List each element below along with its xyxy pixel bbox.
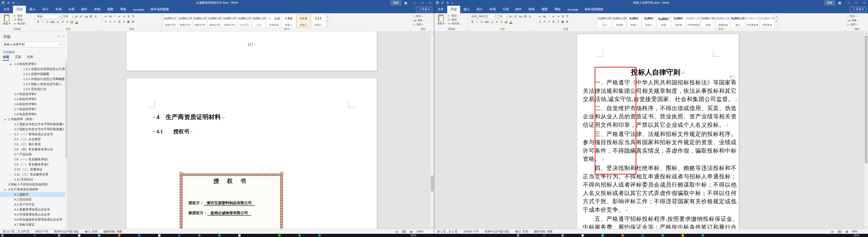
ribbon-tab[interactable]: 设计	[39, 6, 52, 13]
nav-outline-item[interactable]: 2.8 （一）售后服务承诺1	[0, 157, 65, 162]
font-size-combo[interactable]: 三号▾	[496, 14, 508, 19]
nav-outline-item[interactable]: 1.3.2 信用中国截图	[0, 72, 65, 77]
taskbar-app-icon[interactable]	[218, 234, 220, 237]
nav-outline-item[interactable]: 1.6 响应性评审6	[0, 102, 65, 107]
font-name-combo[interactable]: 仿宋_GB2312▾	[470, 14, 496, 19]
font-format-button[interactable]: U	[45, 20, 50, 24]
ribbon-tab[interactable]: 邮件	[512, 6, 525, 13]
nav-outline-item[interactable]: 2.12 失信扣分	[0, 177, 65, 182]
paragraph-button[interactable]: ≡	[542, 19, 547, 24]
paste-button[interactable]: 粘贴 ▾	[436, 14, 446, 25]
ribbon-tab[interactable]: 帮助	[551, 6, 564, 13]
font-format-button[interactable]: A	[499, 20, 504, 24]
taskbar-app-icon[interactable]	[258, 234, 260, 237]
dialog-launcher-icon[interactable]: ⌟	[100, 28, 101, 31]
paragraph-button[interactable]: ⇅	[561, 14, 565, 19]
status-segment[interactable]: 修订: 关闭	[515, 230, 528, 234]
sign-in-button[interactable]: 登录	[824, 0, 835, 5]
style-gallery-item[interactable]: AaBbCcD 中文正文	[237, 15, 251, 28]
dialog-launcher-icon[interactable]: ⌟	[410, 28, 411, 31]
style-gallery-item[interactable]: 1.1.1 标题 3	[311, 15, 326, 28]
web-layout-icon[interactable]: ▩	[409, 230, 413, 233]
style-gallery-item[interactable]: AaBbCcDd 不明显强调	[686, 15, 701, 28]
expand-collapse-icon[interactable]	[4, 117, 6, 122]
font-format-button[interactable]: x₂	[490, 20, 495, 24]
style-gallery-item[interactable]: AaBbC 标题 1	[627, 15, 641, 28]
minimize-button[interactable]: ─	[411, 0, 418, 6]
taskbar-app-icon[interactable]	[582, 234, 584, 237]
font-size-combo[interactable]: 五号▾	[62, 14, 74, 19]
redo-icon[interactable]: ↻	[12, 1, 15, 5]
font-format-button[interactable]: x²	[495, 20, 499, 24]
style-gallery-item[interactable]: AaBbCcD 强调文字6	[222, 15, 237, 28]
ribbon-display-options-icon[interactable]: ▦	[838, 1, 841, 5]
editing-command[interactable]: ⌕查找▾	[413, 15, 433, 18]
font-format-button[interactable]: A	[509, 20, 513, 24]
status-segment[interactable]: 9923 个字	[35, 230, 48, 234]
nav-pane-tab[interactable]: 页面	[15, 55, 21, 61]
nav-outline-item[interactable]: 4.5 环境管理体系认证证书	[0, 212, 65, 217]
maximize-button[interactable]: □	[418, 0, 426, 6]
nav-outline-item[interactable]: 1.3.5 无失信行为	[0, 87, 65, 92]
expand-collapse-icon[interactable]	[4, 187, 6, 192]
taskbar-app-icon[interactable]	[682, 234, 684, 237]
scroll-down-icon[interactable]: ▼	[430, 226, 434, 229]
ribbon-tab[interactable]: 文件	[434, 6, 447, 13]
nav-outline-item[interactable]: 4 生产商资质证明材料	[0, 187, 65, 192]
nav-outline-item[interactable]: 1.3.4 投标人或其法定代表人、拟...	[0, 82, 65, 87]
taskbar-app-icon[interactable]	[158, 234, 160, 237]
paragraph-button[interactable]: ⇥	[556, 14, 561, 19]
paragraph-button[interactable]: ⇤	[117, 14, 122, 19]
taskbar-app-icon[interactable]	[238, 234, 241, 237]
style-gallery-item[interactable]: 1 AaI 标题 1	[281, 15, 296, 28]
taskbar-search-icon[interactable]	[34, 234, 36, 236]
style-gallery-item[interactable]: 一、AaB 列表段落	[267, 15, 281, 28]
paragraph-button[interactable]: ¶	[565, 14, 570, 19]
expand-collapse-icon[interactable]	[9, 132, 11, 137]
taskbar-app-icon[interactable]	[138, 234, 141, 237]
font-format-button[interactable]: I	[475, 20, 479, 24]
nav-outline-item[interactable]: 2.3 （一）管理体系认证证书	[0, 132, 65, 137]
qat-customize-icon[interactable]: ▾	[452, 2, 453, 4]
style-gallery-item[interactable]: AaBbCcDd 明显参考	[760, 15, 774, 28]
ribbon-tab[interactable]: 布局	[486, 6, 499, 13]
ribbon-tab[interactable]: 插入	[460, 6, 473, 13]
paragraph-button[interactable]: ⋮	[113, 14, 117, 19]
taskbar-search-icon[interactable]	[543, 234, 545, 236]
ribbon-tab[interactable]: 邮件	[78, 6, 91, 13]
nav-outline-item[interactable]: 3 投标人不得存在的其他情形	[0, 182, 65, 187]
font-tool-button[interactable]: 拼	[523, 15, 528, 19]
status-segment[interactable]: 辅助功能: 调查	[103, 230, 122, 234]
paragraph-button[interactable]: ≣	[117, 19, 122, 24]
taskbar-app-icon[interactable]	[58, 234, 60, 237]
taskbar-app-icon[interactable]	[278, 234, 281, 237]
redo-icon[interactable]: ↻	[446, 1, 449, 5]
print-layout-icon[interactable]: ▤	[837, 230, 842, 233]
ribbon-tab[interactable]: 操作说明搜索	[582, 6, 607, 13]
read-mode-icon[interactable]: ▥	[394, 230, 399, 233]
ribbon-tab[interactable]: 审阅	[91, 6, 104, 13]
nav-outline-item[interactable]: 4.6 职业健康安全管理体系认证证书	[0, 217, 65, 222]
start-button-icon[interactable]	[1, 234, 4, 237]
status-segment[interactable]: 第 117 页，共 130 页	[3, 230, 29, 234]
paragraph-button[interactable]: ¶	[131, 14, 135, 19]
nav-outline-item[interactable]: 4.4 质量管理体系认证证书	[0, 207, 65, 212]
scroll-down-icon[interactable]: ▼	[864, 226, 868, 229]
ribbon-display-options-icon[interactable]: ▦	[404, 1, 407, 5]
nav-outline-item[interactable]: 1.3 响应性评审3	[0, 61, 65, 67]
style-gallery-item[interactable]: AaBbCcDd 强调	[701, 15, 715, 28]
ribbon-tab[interactable]: 开始	[13, 6, 26, 13]
scroll-up-icon[interactable]: ▲	[864, 31, 868, 35]
print-layout-icon[interactable]: ▤	[402, 230, 406, 233]
close-button[interactable]: ×	[860, 0, 868, 6]
font-format-button[interactable]: abc	[50, 20, 56, 24]
dialog-launcher-icon[interactable]: ⌟	[844, 28, 845, 31]
paragraph-button[interactable]: ⇥	[122, 14, 126, 19]
style-gallery-item[interactable]: AaBbCcC 强调文字2	[163, 15, 178, 28]
read-mode-icon[interactable]: ▥	[830, 230, 835, 233]
style-gallery-item[interactable]: AaBbCcDdI 不明显参考	[745, 15, 760, 28]
ribbon-tab[interactable]: 视图	[104, 6, 117, 13]
scroll-up-icon[interactable]: ▲	[430, 31, 434, 35]
status-segment[interactable]: 辅助功能: 调查	[534, 230, 553, 234]
font-tool-button[interactable]: 拼	[89, 15, 93, 19]
